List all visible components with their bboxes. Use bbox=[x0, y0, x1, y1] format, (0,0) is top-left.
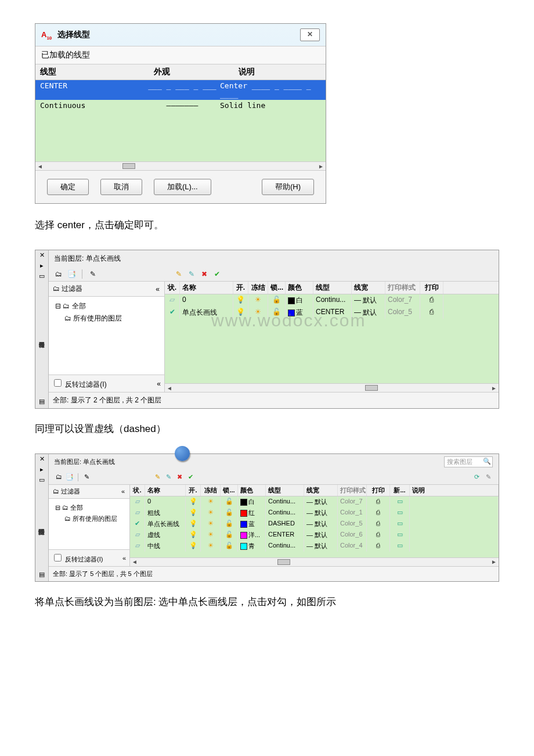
help-button[interactable]: 帮助(H) bbox=[262, 179, 314, 195]
collapse-filter-icon-2[interactable]: « bbox=[122, 555, 126, 561]
delete-layer-icon[interactable]: ✖ bbox=[200, 269, 209, 279]
new-layer-freeze-icon[interactable]: ✎ bbox=[187, 269, 196, 279]
status-line: 全部: 显示了 2 个图层 , 共 2 个图层 bbox=[48, 392, 499, 408]
collapse-filter-icon[interactable]: « bbox=[121, 488, 125, 495]
layer-row[interactable]: ▱粗线💡☀🔓红Continu...— 默认Color_1⎙▭ bbox=[130, 507, 499, 519]
grid-scrollbar[interactable]: ◄► bbox=[130, 557, 499, 566]
new-layer-state-icon[interactable]: 🗂 bbox=[54, 269, 63, 279]
search-layer-input[interactable]: 搜索图层 🔍 bbox=[444, 456, 493, 467]
dialog-titlebar: A10 选择线型 ✕ bbox=[35, 24, 326, 46]
highlight-marker bbox=[175, 446, 190, 461]
status-line: 全部: 显示了 5 个图层 , 共 5 个图层 bbox=[48, 566, 499, 581]
layer-grid: 状. 名称 开. 冻结 锁... 颜色 线型 线宽 打印样式 打印 ▱0💡☀🔓白… bbox=[165, 282, 499, 392]
linetype-list-header: 线型 外观 说明 bbox=[35, 64, 326, 80]
app-icon: A10 bbox=[41, 30, 52, 39]
close-icon[interactable]: ✕ bbox=[38, 251, 46, 260]
current-layer-label: 当前图层: 单点长画线 bbox=[48, 250, 499, 267]
pin-icon[interactable]: ▭ bbox=[38, 476, 46, 484]
collapse-filter-icon[interactable]: « bbox=[156, 285, 160, 293]
header-linetype: 线型 bbox=[35, 64, 149, 80]
close-button[interactable]: ✕ bbox=[300, 28, 320, 41]
invert-filter-checkbox[interactable]: 反转过滤器(I) bbox=[52, 552, 103, 564]
invert-filter-checkbox[interactable]: 反转过滤器(I) bbox=[52, 377, 107, 390]
layer-manager-panel-2: ✕ ▸ ▭ 图层特性管理器 ▤ 当前图层: 单点长画线 搜索图层 🔍 🗂 📑 bbox=[35, 453, 499, 582]
header-appearance: 外观 bbox=[149, 64, 234, 80]
layer-row[interactable]: ▱虚线💡☀🔓洋...CENTER— 默认Color_6⎙▭ bbox=[130, 530, 499, 541]
refresh-icon[interactable]: ⟳ bbox=[472, 472, 482, 481]
new-layer-icon[interactable]: ✎ bbox=[153, 473, 162, 482]
layer-toolbar: 🗂 📑 ✎ ✎ ✎ ✖ ✔ ⟳ ✎ bbox=[48, 470, 499, 485]
layer-row[interactable]: ▱0💡☀🔓白Continu...— 默认Color_7⎙ bbox=[165, 294, 499, 307]
settings-icon[interactable]: ✎ bbox=[484, 472, 493, 481]
new-layer-icon-2[interactable]: ✎ bbox=[82, 473, 91, 482]
layer-row[interactable]: ✔单点长画线💡☀🔓蓝DASHED— 默认Color_5⎙▭ bbox=[130, 519, 499, 530]
ok-button[interactable]: 确定 bbox=[47, 179, 89, 195]
layer-grid-header: 状. 名称 开. 冻结 锁... 颜色 线型 线宽 打印样式 打印 新... 说… bbox=[130, 485, 499, 496]
collapse-icon[interactable]: ▸ bbox=[38, 466, 46, 474]
filter-pane: 🗂 过滤器 « ⊟ 🗂 全部 🗂 所有使用的图层 反转过滤器(I) « bbox=[48, 282, 165, 392]
current-layer-label: 当前图层: 单点长画线 bbox=[54, 458, 115, 466]
instruction-text-3: 将单点长画线设为当前图层: 选中单点长画线层，点击对勾，如图所示 bbox=[35, 592, 499, 612]
filter-header: 过滤器 bbox=[62, 285, 82, 293]
collapse-filter-icon-2[interactable]: « bbox=[157, 380, 161, 388]
layer-grid-body[interactable]: ▱0💡☀🔓白Continu...— 默认Color_7⎙▭▱粗线💡☀🔓红Cont… bbox=[130, 496, 499, 557]
layer-grid-header: 状. 名称 开. 冻结 锁... 颜色 线型 线宽 打印样式 打印 bbox=[165, 282, 499, 294]
new-layer-state-icon[interactable]: 🗂 bbox=[54, 472, 63, 481]
layer-row[interactable]: ▱中线💡☀🔓青Continu...— 默认Color_4⎙▭ bbox=[130, 541, 499, 552]
filter-tree[interactable]: ⊟ 🗂 全部 🗂 所有使用的图层 bbox=[48, 499, 129, 549]
close-icon[interactable]: ✕ bbox=[38, 455, 46, 463]
new-layer-icon[interactable]: ✎ bbox=[174, 269, 183, 279]
layer-icon[interactable]: ▤ bbox=[38, 398, 46, 406]
layer-row[interactable]: ✔单点长画线💡☀🔓蓝CENTER— 默认Color_5⎙ bbox=[165, 307, 499, 319]
delete-layer-icon[interactable]: ✖ bbox=[175, 473, 184, 482]
dialog-button-row: 确定 取消 加载(L)... 帮助(H) bbox=[35, 170, 326, 203]
grid-scrollbar[interactable]: ◄► bbox=[165, 383, 499, 392]
instruction-text-1: 选择 center，点击确定即可。 bbox=[35, 215, 499, 235]
set-current-icon[interactable]: ✔ bbox=[212, 269, 222, 279]
layer-manager-panel-1: ✕ ▸ ▭ 图层特性管理器 ▤ 当前图层: 单点长画线 🗂 📑 ✎ ✎ ✎ ✖ … bbox=[35, 250, 499, 409]
cancel-button[interactable]: 取消 bbox=[100, 179, 142, 195]
header-description: 说明 bbox=[234, 64, 326, 80]
dialog-title-text: 选择线型 bbox=[57, 30, 90, 39]
panel-sidebar: ✕ ▸ ▭ 图层特性管理器 ▤ bbox=[35, 454, 49, 581]
select-linetype-dialog: A10 选择线型 ✕ 已加载的线型 线型 外观 说明 CENTER ___ _ … bbox=[35, 23, 326, 204]
collapse-icon[interactable]: ▸ bbox=[38, 262, 46, 270]
search-icon[interactable]: 🔍 bbox=[483, 458, 491, 465]
panel-sidebar: ✕ ▸ ▭ 图层特性管理器 ▤ bbox=[35, 250, 49, 408]
layer-icon[interactable]: ▤ bbox=[38, 571, 46, 579]
horizontal-scrollbar[interactable]: ◄ ► bbox=[35, 161, 326, 170]
layer-grid: 状. 名称 开. 冻结 锁... 颜色 线型 线宽 打印样式 打印 新... 说… bbox=[130, 485, 499, 566]
new-layer-icon-2[interactable]: ✎ bbox=[88, 269, 98, 279]
linetype-row-continuous[interactable]: Continuous ——————— Solid line bbox=[35, 100, 326, 111]
filter-header: 过滤器 bbox=[61, 488, 80, 495]
pin-icon[interactable]: ▭ bbox=[38, 272, 46, 280]
layer-states-icon[interactable]: 📑 bbox=[65, 473, 74, 482]
filter-pane: 🗂 过滤器 « ⊟ 🗂 全部 🗂 所有使用的图层 反转过滤器(I) « bbox=[48, 485, 130, 566]
loaded-linetypes-label: 已加载的线型 bbox=[35, 46, 326, 64]
instruction-text-2: 同理可以设置虚线（dashed） bbox=[35, 419, 499, 439]
layer-grid-body[interactable]: ▱0💡☀🔓白Continu...— 默认Color_7⎙✔单点长画线💡☀🔓蓝CE… bbox=[165, 294, 499, 383]
layer-row[interactable]: ▱0💡☀🔓白Continu...— 默认Color_7⎙▭ bbox=[130, 496, 499, 507]
linetype-row-center[interactable]: CENTER ___ _ ___ _ ___ Center ____ _ ___… bbox=[35, 80, 326, 100]
set-current-icon[interactable]: ✔ bbox=[186, 473, 196, 482]
load-button[interactable]: 加载(L)... bbox=[154, 179, 211, 195]
layer-toolbar: 🗂 📑 ✎ ✎ ✎ ✖ ✔ bbox=[48, 267, 499, 282]
layer-states-icon[interactable]: 📑 bbox=[67, 269, 76, 279]
linetype-list[interactable]: CENTER ___ _ ___ _ ___ Center ____ _ ___… bbox=[35, 80, 326, 161]
filter-tree[interactable]: ⊟ 🗂 全部 🗂 所有使用的图层 bbox=[48, 297, 164, 375]
new-layer-freeze-icon[interactable]: ✎ bbox=[164, 473, 173, 482]
